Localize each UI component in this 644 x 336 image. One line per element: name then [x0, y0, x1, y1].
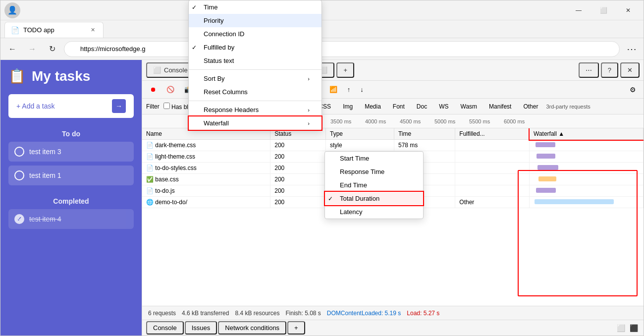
cell-waterfall [530, 140, 644, 151]
task-checkbox-checked[interactable] [14, 214, 24, 224]
cell-name: 🌐 demo-to-do/ [142, 197, 270, 208]
task-checkbox[interactable] [14, 147, 24, 157]
resources-size: 8.4 kB resources [235, 310, 279, 317]
back-button[interactable]: ← [4, 41, 20, 57]
menu-item-time[interactable]: ✓ Time [189, 0, 322, 14]
add-task-arrow-icon: → [112, 99, 126, 113]
filter-font[interactable]: Font [389, 102, 409, 111]
list-item[interactable]: test item 1 [8, 166, 134, 185]
cell-fulfilled: Other [455, 197, 530, 208]
list-item[interactable]: test item 4 [8, 209, 134, 229]
help-button[interactable]: ? [601, 62, 618, 78]
menu-item-priority[interactable]: Priority [189, 14, 322, 27]
filter-other[interactable]: Other [519, 102, 542, 111]
menu-item-fulfilled-by[interactable]: ✓ Fulfilled by [189, 41, 322, 54]
menu-separator [189, 101, 322, 101]
menu-item-label: Time [204, 3, 217, 11]
menu-item-label: Connection ID [204, 30, 244, 38]
task-label: test item 4 [29, 215, 61, 223]
tick-3500: 3500 ms [330, 118, 365, 124]
finish-time: Finish: 5.08 s [285, 310, 321, 317]
filter-media[interactable]: Media [361, 102, 385, 111]
menu-item-response-headers[interactable]: Response Headers › [189, 103, 322, 116]
cell-fulfilled [455, 140, 530, 151]
filter-doc[interactable]: Doc [413, 102, 431, 111]
tick-4000: 4000 ms [365, 118, 400, 124]
status-bar: 6 requests 4.6 kB transferred 8.4 kB res… [142, 306, 644, 320]
bottom-tab-network-conditions[interactable]: Network conditions [218, 321, 286, 335]
record-button[interactable]: ⏺ [146, 83, 161, 97]
undock-button[interactable]: ⬜ [615, 322, 627, 334]
col-time[interactable]: Time [394, 128, 455, 140]
submenu-item-label: Start Time [340, 155, 369, 162]
col-fulfilled[interactable]: Fulfilled... [455, 128, 530, 140]
filter-img[interactable]: Img [339, 102, 357, 111]
has-blocked-checkbox[interactable] [163, 103, 170, 109]
check-icon: ✓ [192, 44, 200, 51]
filter-ws[interactable]: WS [435, 102, 452, 111]
cell-status: 200 [270, 185, 326, 197]
load-time: Load: 5.27 s [407, 310, 439, 317]
transferred-size: 4.6 kB transferred [182, 310, 229, 317]
menu-item-status-text[interactable]: Status text [189, 54, 322, 67]
menu-item-sort-by[interactable]: Sort By › [189, 72, 322, 85]
submenu-item-total-duration[interactable]: ✓ Total Duration [325, 192, 423, 205]
browser-tab[interactable]: 📄 TODO app ✕ [4, 22, 104, 38]
wifi-icon[interactable]: 📶 [325, 83, 341, 97]
menu-item-reset-columns[interactable]: Reset Columns [189, 85, 322, 99]
tab-close-button[interactable]: ✕ [88, 26, 97, 35]
submenu-item-label: Response Time [340, 168, 384, 175]
window-controls: — ⬜ ✕ [567, 2, 640, 18]
clear-button[interactable]: 🚫 [162, 83, 178, 97]
minimize-button[interactable]: — [567, 2, 590, 18]
submenu-item-response-time[interactable]: Response Time [325, 165, 423, 178]
add-task-button[interactable]: + Add a task → [8, 94, 134, 118]
col-waterfall[interactable]: Waterfall ▲ [530, 128, 644, 140]
bottom-tab-console[interactable]: Console [146, 321, 184, 335]
title-bar-left: 👤 [4, 2, 20, 18]
submenu-item-label: End Time [340, 181, 367, 189]
cell-time: 578 ms [394, 140, 455, 151]
menu-item-label: Priority [204, 17, 223, 24]
devtools-close-button[interactable]: ✕ [620, 62, 640, 78]
submenu-arrow-icon: › [308, 107, 310, 113]
tab-console[interactable]: ⬜ Console [146, 62, 195, 78]
submenu-arrow-icon: › [308, 76, 310, 82]
menu-item-connection-id[interactable]: Connection ID [189, 27, 322, 41]
menu-separator [189, 69, 322, 70]
dock-button[interactable]: ⬛ [628, 322, 640, 334]
menu-item-waterfall[interactable]: Waterfall › [189, 116, 322, 130]
tab-add[interactable]: + [336, 62, 354, 78]
maximize-button[interactable]: ⬜ [592, 2, 615, 18]
network-settings-button[interactable]: ⚙ [626, 83, 640, 97]
completed-section-label: Completed [8, 197, 134, 205]
cell-waterfall [530, 163, 644, 174]
address-input[interactable] [64, 41, 620, 57]
browser-window: 👤 — ⬜ ✕ 📄 TODO app ✕ ← → ↻ ⋯ 📋 My tasks [0, 0, 644, 336]
forward-button[interactable]: → [24, 41, 40, 57]
profile-icon[interactable]: 👤 [4, 2, 20, 18]
submenu-item-start-time[interactable]: Start Time [325, 152, 423, 165]
cell-fulfilled [455, 163, 530, 174]
bottom-tab-add[interactable]: + [287, 321, 305, 335]
table-row[interactable]: 📄 dark-theme.css 200 style 578 ms [142, 140, 644, 151]
browser-more-button[interactable]: ⋯ [624, 41, 640, 57]
download-icon[interactable]: ↓ [356, 83, 368, 97]
col-type[interactable]: Type [325, 128, 394, 140]
tab-icon: 📄 [11, 26, 19, 34]
more-tools-button[interactable]: ⋯ [579, 62, 599, 78]
submenu-item-latency[interactable]: Latency [325, 205, 423, 219]
refresh-button[interactable]: ↻ [44, 41, 60, 57]
menu-item-label: Response Headers [204, 106, 259, 113]
close-button[interactable]: ✕ [617, 2, 640, 18]
devtools-bottom-tabs: Console Issues Network conditions + ⬜ ⬛ [142, 320, 644, 336]
upload-icon[interactable]: ↑ [343, 83, 355, 97]
cell-status: 200 [270, 163, 326, 174]
submenu-item-end-time[interactable]: End Time [325, 178, 423, 192]
cell-fulfilled [455, 185, 530, 197]
list-item[interactable]: test item 3 [8, 142, 134, 162]
filter-manifest[interactable]: Manifest [485, 102, 515, 111]
bottom-tab-issues[interactable]: Issues [185, 321, 217, 335]
task-checkbox[interactable] [14, 170, 24, 180]
filter-wasm[interactable]: Wasm [457, 102, 482, 111]
